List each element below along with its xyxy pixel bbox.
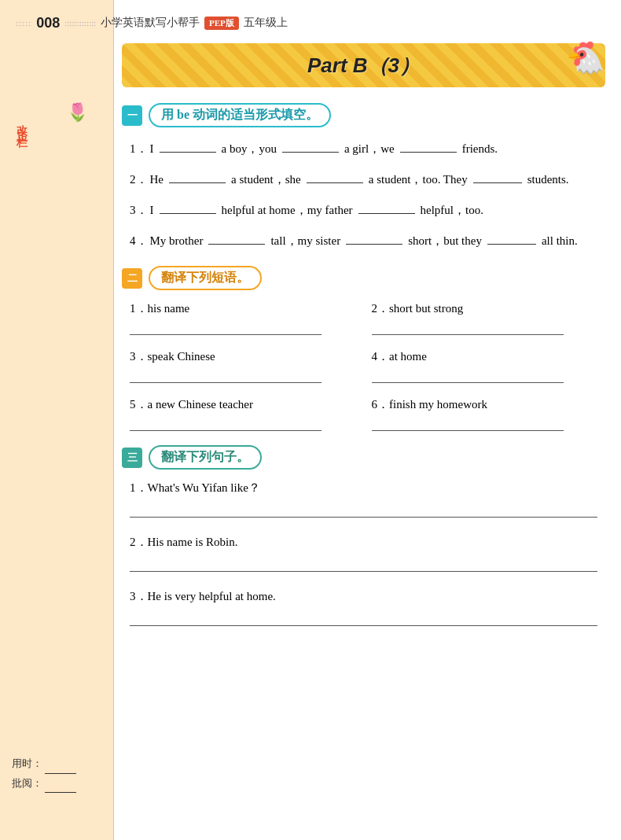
pep-badge: PEP版 [204,17,239,30]
grade-label: 五年级上 [244,16,288,30]
section1-header: 一 用 be 动词的适当形式填空。 [122,103,605,127]
answer-line[interactable] [130,556,597,572]
sentence-num: 4． [130,230,148,252]
sentence-num: 1． [130,138,148,160]
text-fragment: a student，she [231,169,301,190]
blank[interactable] [160,200,216,214]
section3-title: 翻译下列句子。 [149,445,262,470]
phrase-text: 3．speak Chinese [130,349,356,364]
sentence-num: 3． [130,200,148,221]
blank[interactable] [160,138,216,153]
text-fragment: a girl，we [344,138,395,160]
part-header: Part B（3） 🐔 [122,43,605,87]
text-fragment: My brother [150,230,204,252]
phrase-text: 2．short but strong [372,301,598,316]
phrase-answer-line[interactable] [372,417,564,431]
phrase-item: 1．his name [130,301,356,335]
text-fragment: students. [527,169,569,190]
section2-num: 二 [122,268,142,289]
phrase-answer-line[interactable] [130,321,322,335]
section2-header: 二 翻译下列短语。 [122,266,605,290]
phrase-item: 4．at home [372,349,598,383]
phrase-grid: 1．his name 2．short but strong 3．speak Ch… [130,301,597,431]
phrase-answer-line[interactable] [130,369,322,383]
sentence-item: 1．What's Wu Yifan like？ [130,481,597,518]
exercise-2: 1．his name 2．short but strong 3．speak Ch… [122,301,605,431]
sentence-text: 2．His name is Robin. [130,535,597,550]
sentence-text: 1．What's Wu Yifan like？ [130,481,597,496]
text-fragment: short，but they [408,230,482,252]
blank[interactable] [208,230,265,245]
phrase-text: 1．his name [130,301,356,316]
part-title: Part B（3） [307,52,420,79]
blank[interactable] [487,230,536,245]
phrase-text: 4．at home [372,349,598,364]
sentence-row: 1． I a boy，you a girl，we friends. [130,138,597,160]
blank[interactable] [346,230,402,245]
text-fragment: I [150,138,154,160]
phrase-item: 3．speak Chinese [130,349,356,383]
text-fragment: He [150,169,164,190]
correction-label: 改 正 栏 [14,116,28,130]
text-fragment: a boy，you [222,138,277,160]
sentence-num: 2． [130,169,148,190]
answer-line[interactable] [130,502,597,518]
time-label: 用时： [12,757,42,769]
text-fragment: helpful，too. [421,200,483,221]
text-fragment: friends. [462,138,498,160]
text-fragment: a student，too. They [369,169,468,190]
sentence-item: 2．His name is Robin. [130,535,597,572]
phrase-text: 5．a new Chinese teacher [130,397,356,412]
blank[interactable] [282,138,339,153]
blank[interactable] [473,169,522,183]
top-header: ::::: 008 ::::::::::::: 小学英语默写小帮手 PEP版 五… [0,8,621,38]
phrase-item: 6．finish my homework [372,397,598,431]
left-margin: 改 正 栏 🌷 用时： 批阅： [0,0,114,840]
section1-num: 一 [122,105,142,126]
section3-num: 三 [122,448,142,468]
blank[interactable] [400,138,457,153]
sentence-text: 3．He is very helpful at home. [130,589,597,604]
section1-title: 用 be 动词的适当形式填空。 [149,103,331,127]
text-fragment: I [150,200,154,221]
part-stripe: Part B（3） [122,43,605,87]
blank[interactable] [169,169,226,183]
phrase-text: 6．finish my homework [372,397,598,412]
text-fragment: helpful at home，my father [222,200,353,221]
exercise-1: 1． I a boy，you a girl，we friends. 2． He … [122,138,605,252]
review-label: 批阅： [12,777,42,789]
answer-line[interactable] [130,610,597,626]
section2-title: 翻译下列短语。 [149,266,262,290]
section3-header: 三 翻译下列句子。 [122,445,605,470]
sentence-row: 4． My brother tall，my sister short，but t… [130,230,597,252]
blank[interactable] [307,169,363,183]
tulip-icon: 🌷 [67,102,88,123]
phrase-item: 5．a new Chinese teacher [130,397,356,431]
sentence-row: 2． He a student，she a student，too. They … [130,169,597,190]
phrase-answer-line[interactable] [372,321,564,335]
phrase-item: 2．short but strong [372,301,598,335]
text-fragment: tall，my sister [270,230,340,252]
phrase-answer-line[interactable] [130,417,322,431]
chicken-icon: 🐔 [566,39,605,76]
phrase-answer-line[interactable] [372,369,564,383]
page-number: 008 [36,15,60,31]
text-fragment: all thin. [542,230,578,252]
sentence-row: 3． I helpful at home，my father helpful，t… [130,200,597,221]
blank[interactable] [358,200,415,214]
main-content: Part B（3） 🐔 一 用 be 动词的适当形式填空。 1． I a boy… [122,43,605,643]
sentence-item: 3．He is very helpful at home. [130,589,597,626]
dots2: ::::::::::::: [64,18,96,28]
bottom-labels: 用时： 批阅： [12,754,76,793]
book-title: 小学英语默写小帮手 [101,16,200,30]
dots1: ::::: [16,18,31,28]
exercise-3: 1．What's Wu Yifan like？ 2．His name is Ro… [122,481,605,626]
